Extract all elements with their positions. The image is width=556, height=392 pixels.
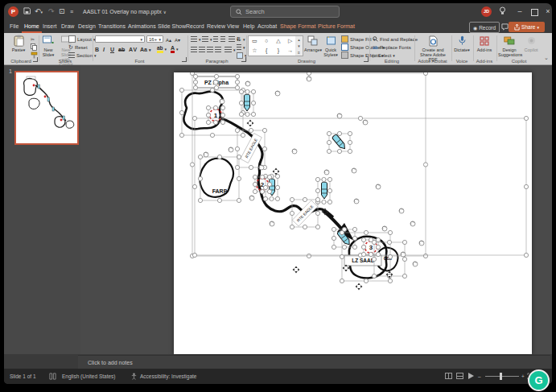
quick-access-customize-icon[interactable]: ≡	[70, 7, 73, 16]
slideshow-view-button[interactable]	[468, 373, 474, 379]
notes-pane[interactable]: Click to add notes	[78, 355, 550, 369]
language-indicator[interactable]: English (United States)	[62, 369, 115, 384]
underline-button[interactable]: U	[110, 46, 114, 53]
text-direction-button[interactable]: ⇅▾	[237, 35, 245, 43]
tab-record[interactable]: Record	[183, 21, 207, 31]
character-spacing-button[interactable]: AV	[129, 46, 138, 53]
slide-indicator[interactable]: Slide 1 of 1	[10, 369, 36, 384]
cut-icon[interactable]: ✂	[31, 35, 35, 43]
decrease-indent-button[interactable]	[213, 35, 218, 43]
tab-insert[interactable]: Insert	[40, 21, 60, 31]
tab-animations[interactable]: Animations	[126, 21, 159, 31]
helicopter-symbol-4[interactable]	[322, 182, 327, 199]
zoom-slider-thumb[interactable]	[500, 373, 502, 380]
slide-sorter-view-button[interactable]	[456, 373, 463, 379]
zoom-slider-track[interactable]	[485, 376, 519, 377]
copy-icon[interactable]	[31, 43, 37, 51]
dictate-button[interactable]: Dictate▾	[453, 35, 471, 52]
powerpoint-app-icon[interactable]: P	[8, 6, 19, 17]
font-name-combo[interactable]: ▾	[95, 35, 145, 43]
gallery-scroll-up-icon[interactable]: ▴	[295, 36, 303, 43]
change-case-button[interactable]: Aa▾	[140, 46, 150, 53]
account-avatar[interactable]: JD	[481, 6, 492, 17]
share-button[interactable]: Share▾	[509, 22, 545, 32]
add-ins-button[interactable]: Add-ins	[475, 35, 494, 52]
route-label-1[interactable]: RTE EAGLE	[241, 134, 262, 163]
accessibility-status[interactable]: Accessibility: Investigate	[140, 369, 196, 384]
tab-picture-format[interactable]: Picture Format	[315, 21, 357, 31]
tab-draw[interactable]: Draw	[59, 21, 76, 31]
select-button[interactable]: ▷ Select▾	[373, 52, 395, 59]
replace-fonts-button[interactable]: ab Replace Fonts	[373, 43, 411, 51]
tab-view[interactable]: View	[224, 21, 241, 31]
save-icon[interactable]	[23, 7, 31, 17]
clipboard-dialog-launcher[interactable]	[33, 57, 38, 62]
grammarly-badge[interactable]: G	[528, 369, 550, 391]
columns-button[interactable]: ▾	[224, 46, 236, 53]
slide-thumbnail[interactable]	[14, 71, 79, 145]
zoom-out-button[interactable]: –	[478, 369, 481, 384]
find-replace-button[interactable]: Find and Replace	[373, 35, 418, 43]
design-suggestions-button[interactable]: Design Suggestions	[498, 35, 521, 57]
shape-brace-left-icon[interactable]: {	[261, 46, 273, 56]
overlay-map-drawing[interactable]: 1 2 3 PZ Alpha FARP LZ SAAL OBJ RTE EAGL…	[174, 72, 532, 354]
normal-view-button[interactable]	[445, 373, 452, 379]
gallery-scroll-down-icon[interactable]: ▾	[295, 43, 303, 49]
numbering-button[interactable]: ▾	[202, 35, 212, 43]
shape-arrowhead-icon[interactable]: ▷	[284, 36, 296, 46]
bold-button[interactable]: B	[95, 46, 99, 53]
comment-icon[interactable]	[501, 23, 509, 31]
helicopter-symbol-1[interactable]	[245, 94, 250, 111]
shape-star-icon[interactable]: ☆	[249, 46, 261, 56]
arrange-button[interactable]: Arrange▾	[304, 35, 320, 52]
justify-button[interactable]	[215, 46, 221, 53]
tab-acrobat[interactable]: Acrobat	[255, 21, 279, 31]
tab-transitions[interactable]: Transitions	[96, 21, 128, 31]
shapes-gallery[interactable]: ▭ ○ △ ▷ ☆ { } →	[248, 35, 297, 56]
font-color-button[interactable]: A▾	[171, 45, 179, 52]
shape-triangle-icon[interactable]: △	[273, 36, 285, 46]
accessibility-icon[interactable]	[130, 373, 138, 380]
font-size-combo[interactable]: 16+▾	[146, 35, 163, 43]
gallery-more-icon[interactable]: ≡	[295, 49, 303, 56]
restore-button[interactable]	[528, 6, 541, 18]
paste-button[interactable]: Paste▾	[8, 35, 29, 52]
align-text-button[interactable]: ▾	[237, 43, 245, 51]
farp-label[interactable]: FARP	[212, 188, 228, 194]
align-left-button[interactable]	[191, 46, 197, 53]
tab-shape-format[interactable]: Shape Format	[278, 21, 318, 31]
drawing-dialog-launcher[interactable]	[364, 57, 369, 62]
strikethrough-button[interactable]: ab	[118, 46, 125, 53]
italic-button[interactable]: I	[103, 46, 105, 53]
font-dialog-launcher[interactable]	[182, 57, 187, 62]
close-button[interactable]: ×	[542, 6, 552, 18]
record-button[interactable]: ◉ Record	[469, 22, 500, 33]
slide-editing-area[interactable]: 1 2 3 PZ Alpha FARP LZ SAAL OBJ RTE EAGL…	[174, 72, 532, 354]
collapse-ribbon-icon[interactable]: ⌄	[544, 55, 549, 61]
search-input[interactable]: Search	[230, 6, 340, 18]
highlight-color-button[interactable]: ab▾	[157, 45, 167, 52]
tab-design[interactable]: Design	[76, 21, 98, 31]
route-label-2[interactable]: RTE EAGLE	[292, 200, 318, 226]
new-slide-button[interactable]: New Slide▾	[40, 35, 56, 57]
spell-check-icon[interactable]	[49, 373, 56, 380]
bullets-button[interactable]: ▾	[191, 35, 201, 43]
document-title[interactable]: AASLT 01 Overlay no map.pptx ∨	[83, 9, 167, 14]
zoom-in-button[interactable]: +	[521, 369, 525, 384]
present-icon[interactable]: ⊡	[59, 7, 65, 16]
reset-button[interactable]: ↻ Reset	[68, 43, 88, 51]
shape-arrow-icon[interactable]: →	[284, 46, 296, 56]
align-right-button[interactable]	[207, 46, 213, 53]
shape-rectangle-icon[interactable]: ▭	[249, 36, 261, 46]
slide-thumbnail-panel[interactable]: 1	[4, 65, 80, 354]
lightbulb-icon[interactable]	[499, 6, 506, 18]
shrink-font-button[interactable]: A▾	[175, 36, 180, 43]
shapes-gallery-scrollbar[interactable]: ▴ ▾ ≡	[295, 35, 303, 56]
shape-ellipse-icon[interactable]: ○	[261, 36, 273, 46]
increase-indent-button[interactable]	[220, 35, 225, 43]
grow-font-button[interactable]: A▴	[166, 36, 171, 43]
undo-icon[interactable]: ↶▾	[35, 7, 43, 17]
tab-file[interactable]: File	[7, 21, 21, 31]
shape-brace-right-icon[interactable]: }	[273, 46, 285, 56]
layout-button[interactable]: Layout▾	[68, 35, 96, 43]
